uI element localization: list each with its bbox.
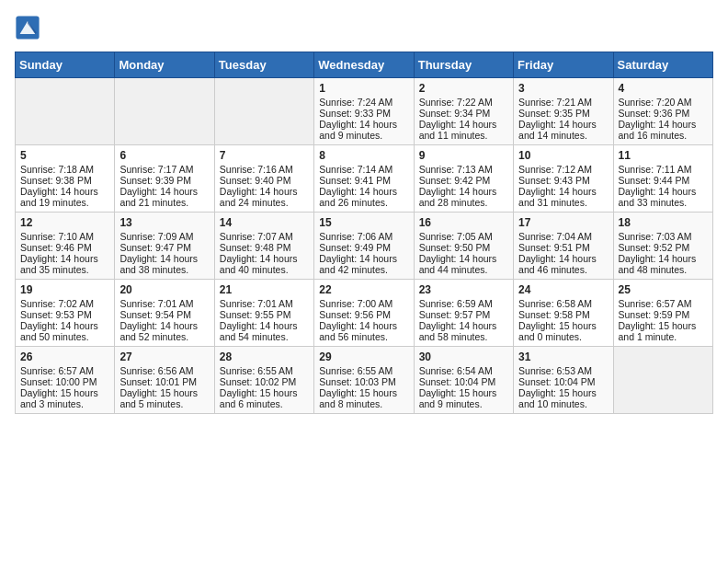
calendar-cell: 19Sunrise: 7:02 AMSunset: 9:53 PMDayligh… — [16, 280, 115, 347]
day-info-line: and 56 minutes. — [319, 331, 408, 342]
day-info-line: Sunset: 9:38 PM — [20, 175, 109, 186]
day-number: 26 — [20, 350, 109, 363]
calendar-week-1: 1Sunrise: 7:24 AMSunset: 9:33 PMDaylight… — [16, 78, 713, 145]
day-number: 6 — [119, 149, 209, 162]
day-info-line: and 11 minutes. — [419, 130, 508, 141]
day-info-line: and 0 minutes. — [518, 331, 608, 342]
page-header — [15, 15, 713, 40]
day-info-line: Daylight: 14 hours — [518, 119, 608, 130]
day-info-line: Sunset: 9:48 PM — [220, 242, 309, 253]
calendar-cell: 14Sunrise: 7:07 AMSunset: 9:48 PMDayligh… — [214, 213, 313, 280]
day-info-line: Daylight: 14 hours — [419, 253, 508, 264]
day-info-line: and 33 minutes. — [619, 197, 708, 208]
calendar-cell: 30Sunrise: 6:54 AMSunset: 10:04 PMDaylig… — [414, 347, 513, 414]
day-info-line: Sunrise: 6:53 AM — [518, 365, 608, 376]
day-number: 17 — [518, 216, 608, 229]
day-info-line: and 24 minutes. — [220, 197, 309, 208]
calendar-cell: 11Sunrise: 7:11 AMSunset: 9:44 PMDayligh… — [613, 145, 712, 213]
day-number: 4 — [619, 82, 708, 95]
day-info-line: Sunset: 9:53 PM — [20, 309, 109, 320]
calendar-cell: 27Sunrise: 6:56 AMSunset: 10:01 PMDaylig… — [115, 347, 214, 414]
day-info-line: and 50 minutes. — [20, 331, 109, 342]
day-info-line: Daylight: 14 hours — [619, 253, 708, 264]
calendar-cell: 13Sunrise: 7:09 AMSunset: 9:47 PMDayligh… — [115, 213, 214, 280]
day-info-line: and 40 minutes. — [220, 264, 309, 275]
calendar-cell: 12Sunrise: 7:10 AMSunset: 9:46 PMDayligh… — [16, 213, 115, 280]
weekday-header-tuesday: Tuesday — [214, 52, 313, 78]
calendar-cell: 2Sunrise: 7:22 AMSunset: 9:34 PMDaylight… — [414, 78, 513, 145]
day-info-line: Sunrise: 7:22 AM — [419, 97, 508, 108]
weekday-header-thursday: Thursday — [414, 52, 513, 78]
logo-icon — [15, 15, 40, 40]
day-info-line: Sunset: 9:39 PM — [119, 175, 209, 186]
day-number: 14 — [220, 216, 309, 229]
day-info-line: Sunrise: 7:21 AM — [518, 97, 608, 108]
day-info-line: Sunset: 9:51 PM — [518, 242, 608, 253]
calendar-cell: 21Sunrise: 7:01 AMSunset: 9:55 PMDayligh… — [214, 280, 313, 347]
day-info-line: Daylight: 14 hours — [119, 186, 209, 197]
day-info-line: Daylight: 14 hours — [619, 119, 708, 130]
calendar-cell: 26Sunrise: 6:57 AMSunset: 10:00 PMDaylig… — [16, 347, 115, 414]
calendar-cell: 9Sunrise: 7:13 AMSunset: 9:42 PMDaylight… — [414, 145, 513, 213]
day-info-line: Sunset: 9:46 PM — [20, 242, 109, 253]
day-info-line: Daylight: 14 hours — [220, 253, 309, 264]
calendar-cell: 29Sunrise: 6:55 AMSunset: 10:03 PMDaylig… — [314, 347, 414, 414]
day-info-line: and 3 minutes. — [20, 398, 109, 409]
calendar-cell: 20Sunrise: 7:01 AMSunset: 9:54 PMDayligh… — [115, 280, 214, 347]
day-info-line: Sunset: 10:04 PM — [419, 376, 508, 387]
day-info-line: and 1 minute. — [619, 331, 708, 342]
day-info-line: Daylight: 14 hours — [20, 186, 109, 197]
day-info-line: Sunrise: 6:57 AM — [619, 298, 708, 309]
day-info-line: Sunset: 9:59 PM — [619, 309, 708, 320]
day-info-line: Sunset: 10:02 PM — [220, 376, 309, 387]
weekday-header-saturday: Saturday — [613, 52, 712, 78]
day-info-line: Daylight: 15 hours — [518, 387, 608, 398]
day-info-line: and 19 minutes. — [20, 197, 109, 208]
day-info-line: Sunset: 9:42 PM — [419, 175, 508, 186]
day-info-line: Daylight: 14 hours — [419, 320, 508, 331]
day-number: 13 — [119, 216, 209, 229]
day-info-line: and 38 minutes. — [119, 264, 209, 275]
calendar-cell: 1Sunrise: 7:24 AMSunset: 9:33 PMDaylight… — [314, 78, 414, 145]
calendar-cell: 28Sunrise: 6:55 AMSunset: 10:02 PMDaylig… — [214, 347, 313, 414]
calendar-cell: 31Sunrise: 6:53 AMSunset: 10:04 PMDaylig… — [514, 347, 613, 414]
day-info-line: Sunset: 9:52 PM — [619, 242, 708, 253]
day-info-line: Daylight: 14 hours — [220, 320, 309, 331]
calendar-cell: 24Sunrise: 6:58 AMSunset: 9:58 PMDayligh… — [514, 280, 613, 347]
calendar-cell: 18Sunrise: 7:03 AMSunset: 9:52 PMDayligh… — [613, 213, 712, 280]
day-info-line: and 8 minutes. — [319, 398, 408, 409]
calendar-week-5: 26Sunrise: 6:57 AMSunset: 10:00 PMDaylig… — [16, 347, 713, 414]
weekday-header-friday: Friday — [514, 52, 613, 78]
day-info-line: Daylight: 14 hours — [518, 186, 608, 197]
day-info-line: Sunset: 10:04 PM — [518, 376, 608, 387]
day-info-line: and 42 minutes. — [319, 264, 408, 275]
day-info-line: Sunset: 9:47 PM — [119, 242, 209, 253]
day-info-line: and 9 minutes. — [319, 130, 408, 141]
day-info-line: Daylight: 14 hours — [419, 186, 508, 197]
day-number: 24 — [518, 283, 608, 296]
calendar-cell: 3Sunrise: 7:21 AMSunset: 9:35 PMDaylight… — [514, 78, 613, 145]
day-number: 7 — [220, 149, 309, 162]
calendar-cell: 25Sunrise: 6:57 AMSunset: 9:59 PMDayligh… — [613, 280, 712, 347]
day-number: 22 — [319, 283, 408, 296]
day-info-line: Daylight: 15 hours — [220, 387, 309, 398]
day-info-line: Daylight: 14 hours — [119, 320, 209, 331]
calendar-cell: 22Sunrise: 7:00 AMSunset: 9:56 PMDayligh… — [314, 280, 414, 347]
day-info-line: Daylight: 14 hours — [518, 253, 608, 264]
day-info-line: and 26 minutes. — [319, 197, 408, 208]
day-info-line: Sunrise: 6:59 AM — [419, 298, 508, 309]
day-info-line: and 31 minutes. — [518, 197, 608, 208]
day-info-line: Sunset: 10:03 PM — [319, 376, 408, 387]
day-info-line: Daylight: 15 hours — [619, 320, 708, 331]
calendar-cell — [214, 78, 313, 145]
day-info-line: and 44 minutes. — [419, 264, 508, 275]
day-number: 25 — [619, 283, 708, 296]
weekday-header-monday: Monday — [115, 52, 214, 78]
day-info-line: Daylight: 15 hours — [119, 387, 209, 398]
day-info-line: and 35 minutes. — [20, 264, 109, 275]
day-info-line: Sunrise: 7:05 AM — [419, 231, 508, 242]
day-number: 1 — [319, 82, 408, 95]
day-info-line: and 52 minutes. — [119, 331, 209, 342]
day-info-line: and 14 minutes. — [518, 130, 608, 141]
day-info-line: Sunset: 9:50 PM — [419, 242, 508, 253]
